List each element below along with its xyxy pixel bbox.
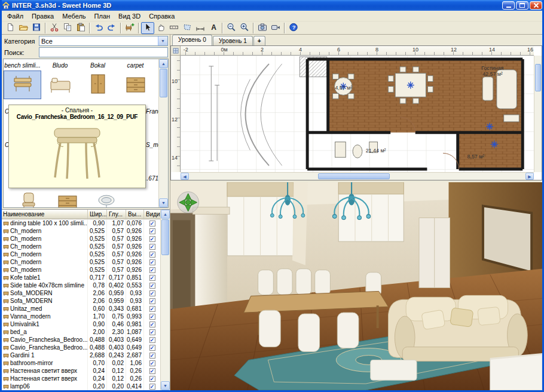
new-file-button[interactable] xyxy=(4,22,17,34)
visibility-checkbox[interactable]: ✓ xyxy=(149,368,155,374)
scroll-down-icon[interactable]: ▼ xyxy=(159,198,168,207)
catalog-item-bed[interactable] xyxy=(41,71,79,99)
scroll-right-icon[interactable]: ▶ xyxy=(525,173,534,180)
maximize-button[interactable] xyxy=(516,1,528,10)
create-photo-button[interactable] xyxy=(256,22,269,34)
search-input[interactable] xyxy=(39,47,168,57)
visibility-checkbox[interactable]: ✓ xyxy=(149,314,155,320)
table-row[interactable]: Ch_modern0,5250,570,926✓ xyxy=(2,235,160,243)
scrollbar-thumb[interactable] xyxy=(535,64,541,91)
help-button[interactable]: ? xyxy=(287,22,300,34)
table-row[interactable]: Ch_modern0,5250,570,926✓ xyxy=(2,243,160,250)
catalog-grid[interactable]: bench slimli...BludoBokalcarpet - Спальн… xyxy=(3,59,169,208)
create-rooms-button[interactable] xyxy=(181,22,194,34)
visibility-checkbox[interactable]: ✓ xyxy=(149,329,155,335)
visibility-checkbox[interactable]: ✓ xyxy=(149,275,155,281)
plan-horizontal-scrollbar[interactable]: ◀ ▶ xyxy=(181,172,534,180)
table-row[interactable]: bathroom-mirror0,700,021,06✓ xyxy=(2,359,160,367)
copy-button[interactable] xyxy=(61,22,74,34)
table-row[interactable]: Cavio_Francheska_Bedroo...0,4880,4030,64… xyxy=(2,344,160,351)
column-header[interactable]: Наименование xyxy=(2,210,88,219)
scroll-down-icon[interactable]: ▼ xyxy=(161,381,170,390)
column-header[interactable]: Шир... xyxy=(88,210,107,219)
visibility-checkbox[interactable]: ✓ xyxy=(149,306,155,312)
visibility-checkbox[interactable]: ✓ xyxy=(149,228,155,234)
scroll-up-icon[interactable]: ▲ xyxy=(159,59,168,68)
plan-corner-button[interactable] xyxy=(171,46,181,56)
table-row[interactable]: Настенная светит вверх0,240,120,26✓ xyxy=(2,367,160,375)
catalog-item-sink[interactable] xyxy=(94,191,118,208)
create-text-button[interactable]: A xyxy=(207,22,220,34)
plan-vertical-scrollbar[interactable] xyxy=(534,56,542,172)
combo-dropdown-button[interactable]: ▼ xyxy=(158,36,167,45)
table-row[interactable]: Ch_modern0,5250,570,926✓ xyxy=(2,227,160,235)
visibility-checkbox[interactable]: ✓ xyxy=(149,220,155,226)
visibility-checkbox[interactable]: ✓ xyxy=(149,321,155,327)
menu-edit[interactable]: Правка xyxy=(27,11,58,22)
paste-button[interactable] xyxy=(74,22,87,34)
visibility-checkbox[interactable]: ✓ xyxy=(149,236,155,242)
minimize-button[interactable] xyxy=(502,1,515,10)
catalog-scrollbar[interactable]: ▲ ▼ xyxy=(158,59,168,207)
catalog-item-dresser[interactable] xyxy=(117,71,154,99)
table-row[interactable]: lamp060,200,200,414✓ xyxy=(2,382,160,390)
menu-furniture[interactable]: Мебель xyxy=(58,11,90,22)
column-header[interactable]: Глу... xyxy=(107,210,126,219)
pan-button[interactable] xyxy=(154,22,167,34)
add-furniture-button[interactable] xyxy=(123,22,136,34)
table-row[interactable]: Sofa_MODERN2,060,9590,93✓ xyxy=(2,297,160,305)
table-row[interactable]: Gardini 12,6880,2432,687✓ xyxy=(2,351,160,359)
catalog-item-chair[interactable] xyxy=(17,191,41,208)
table-row[interactable]: Ch_modern0,5250,570,926✓ xyxy=(2,250,160,258)
visibility-checkbox[interactable]: ✓ xyxy=(149,252,155,258)
visibility-checkbox[interactable]: ✓ xyxy=(149,259,155,265)
zoom-out-button[interactable] xyxy=(225,22,238,34)
select-button[interactable] xyxy=(141,22,154,34)
menu-file[interactable]: Файл xyxy=(3,11,27,22)
table-row[interactable]: Настенная светит вверх0,240,120,26✓ xyxy=(2,375,160,382)
visibility-checkbox[interactable]: ✓ xyxy=(149,345,155,351)
visibility-checkbox[interactable]: ✓ xyxy=(149,376,155,382)
table-row[interactable]: Vanna_modern1,700,750,993✓ xyxy=(2,313,160,320)
redo-button[interactable] xyxy=(105,22,118,34)
menu-plan[interactable]: План xyxy=(90,11,115,22)
column-header[interactable]: Вы... xyxy=(126,210,144,219)
navigation-compass[interactable] xyxy=(178,192,199,213)
open-file-button[interactable] xyxy=(17,22,30,34)
visibility-checkbox[interactable]: ✓ xyxy=(149,360,155,366)
cut-button[interactable] xyxy=(48,22,61,34)
table-row[interactable]: dining table 100 x 100 slimli...0,901,07… xyxy=(2,219,160,227)
table-row[interactable]: Unitaz_med0,600,3430,681✓ xyxy=(2,305,160,313)
undo-button[interactable] xyxy=(92,22,105,34)
visibility-checkbox[interactable]: ✓ xyxy=(149,384,155,390)
visibility-checkbox[interactable]: ✓ xyxy=(149,290,155,296)
close-button[interactable] xyxy=(530,1,542,10)
table-row[interactable]: Kofe table10,7170,7170,851✓ xyxy=(2,274,160,281)
visibility-checkbox[interactable]: ✓ xyxy=(149,283,155,289)
visibility-checkbox[interactable]: ✓ xyxy=(149,298,155,304)
save-file-button[interactable] xyxy=(30,22,43,34)
table-row[interactable]: bed_a2,002,301,087✓ xyxy=(2,328,160,336)
category-combobox[interactable]: Все ▼ xyxy=(39,36,168,46)
small-room-floor[interactable] xyxy=(458,133,523,169)
table-row[interactable]: Cavio_Francheska_Bedroo...0,4880,4030,64… xyxy=(2,336,160,344)
plan-canvas[interactable]: Гостиная42,57 м²4,67 м²21,44 м²8,57 м² xyxy=(181,56,534,172)
view3d-panel[interactable] xyxy=(170,182,542,390)
visibility-checkbox[interactable]: ✓ xyxy=(149,337,155,343)
zoom-in-button[interactable] xyxy=(238,22,251,34)
catalog-item-bench[interactable] xyxy=(4,71,41,99)
visibility-checkbox[interactable]: ✓ xyxy=(149,267,155,273)
create-video-button[interactable] xyxy=(269,22,282,34)
table-scrollbar[interactable]: ▲ ▼ xyxy=(160,210,170,390)
scrollbar-thumb[interactable] xyxy=(318,173,390,179)
table-row[interactable]: Ch_modern0,5250,570,926✓ xyxy=(2,258,160,266)
column-header[interactable]: Види... xyxy=(144,210,161,219)
scroll-left-icon[interactable]: ◀ xyxy=(181,173,189,180)
menu-help[interactable]: Справка xyxy=(145,11,179,22)
table-row[interactable]: Sofa_MODERN2,060,9590,93✓ xyxy=(2,289,160,297)
table-row[interactable]: Umivalnik10,900,460,981✓ xyxy=(2,320,160,328)
create-dimensions-button[interactable] xyxy=(194,22,207,34)
catalog-item-dresser[interactable] xyxy=(56,191,80,208)
scroll-up-icon[interactable]: ▲ xyxy=(161,210,170,219)
create-walls-button[interactable] xyxy=(167,22,181,34)
